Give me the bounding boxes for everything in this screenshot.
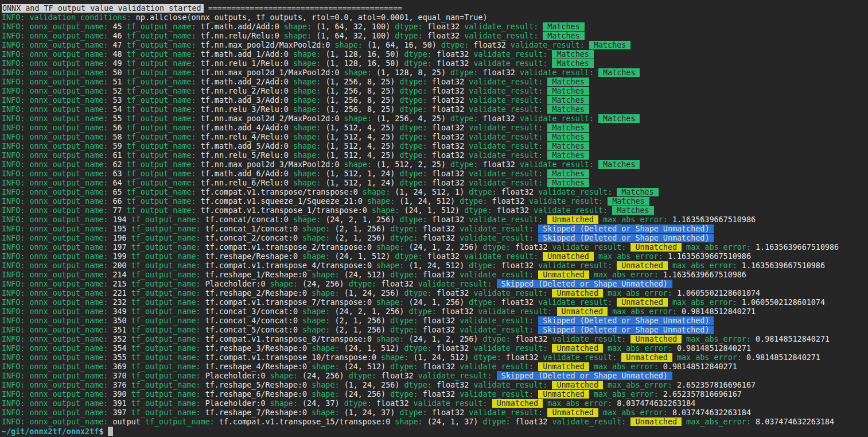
- shape-value: (24, 2, 1, 256): [335, 307, 404, 316]
- info-label: INFO:: [2, 225, 25, 233]
- onnx-output-value: 63: [113, 169, 122, 178]
- tf-output-value: tf.concat_5/concat:0: [205, 326, 298, 334]
- validate-result-badge: Unmatched: [547, 215, 598, 224]
- onnx-output-value: 49: [113, 59, 122, 68]
- shape-value: (1, 24, 512): [399, 197, 455, 206]
- validate-result-badge: Skipped (Deleted or Shape Unmatched): [497, 280, 672, 288]
- terminal-screen[interactable]: ONNX and TF output value validation star…: [0, 0, 868, 437]
- tf-output-name-label: tf_output_name:: [127, 96, 196, 105]
- log-line: INFO: onnx_output_name: 355 tf_output_na…: [2, 353, 868, 362]
- dtype-value: float32: [437, 289, 469, 297]
- validate-result-label: validate_result:: [473, 50, 547, 59]
- log-line: INFO: onnx_output_name: 55 tf_output_nam…: [2, 114, 868, 123]
- tf-output-name-label: tf_output_name:: [131, 390, 201, 399]
- tf-output-name-label: tf_output_name:: [127, 32, 196, 40]
- tf-output-name-label: tf_output_name:: [131, 362, 201, 371]
- onnx-output-value: 369: [113, 362, 127, 371]
- onnx-output-name-label: onnx_output_name:: [29, 252, 108, 261]
- onnx-output-name-label: onnx_output_name:: [29, 114, 108, 123]
- dtype-value: float32: [423, 270, 455, 279]
- validate-result-label: validate_result:: [469, 78, 543, 86]
- info-label: INFO:: [2, 335, 25, 343]
- dtype-value: float32: [423, 316, 455, 325]
- tf-output-value: tf.compat.v1.transpose_10/transpose:0: [205, 353, 376, 362]
- log-line: INFO: onnx_output_name: 352 tf_output_na…: [2, 335, 868, 344]
- tf-output-value: tf.nn.relu_2/Relu:0: [201, 87, 289, 95]
- dtype-value: float32: [432, 87, 464, 95]
- validate-result-label: validate_result:: [418, 372, 492, 380]
- shape-label: shape:: [376, 261, 404, 270]
- shape-value: (24, 512): [344, 362, 386, 371]
- shape-value: (1, 24, 512): [408, 261, 464, 270]
- dtype-value: float32: [432, 151, 464, 160]
- info-label: INFO:: [2, 307, 25, 316]
- log-line: INFO: onnx_output_name: 45 tf_output_nam…: [2, 22, 868, 32]
- validation-header-title: ONNX and TF output value validation star…: [2, 4, 204, 13]
- onnx-output-name-label: onnx_output_name:: [29, 151, 108, 160]
- tf-output-name-label: tf_output_name:: [131, 344, 201, 353]
- shape-label: shape:: [293, 59, 321, 68]
- dtype-label: dtype:: [399, 133, 427, 141]
- onnx-output-value: 350: [113, 316, 127, 325]
- log-line: INFO: onnx_output_name: 349 tf_output_na…: [2, 307, 868, 316]
- shape-label: shape:: [312, 270, 339, 279]
- onnx-output-name-label: onnx_output_name:: [29, 417, 108, 426]
- onnx-output-value: 355: [113, 353, 127, 362]
- validate-result-label: validate_result:: [520, 114, 594, 123]
- validate-result-label: validate_result:: [520, 68, 594, 77]
- shape-value: (1, 64, 32, 100): [316, 32, 390, 40]
- tf-output-name-label: tf_output_name:: [131, 261, 201, 270]
- shape-label: shape:: [312, 381, 339, 389]
- onnx-output-name-label: onnx_output_name:: [29, 188, 108, 196]
- onnx-output-value: 351: [113, 326, 127, 334]
- shape-value: (1, 512, 4, 25): [325, 123, 395, 132]
- shape-label: shape:: [293, 169, 321, 178]
- log-line: INFO: onnx_output_name: 65 tf_output_nam…: [2, 188, 868, 197]
- shape-label: shape:: [312, 408, 339, 417]
- tf-output-name-label: tf_output_name:: [131, 326, 201, 334]
- onnx-output-value: 64: [113, 179, 122, 187]
- max-abs-error-label: max_abs_error:: [686, 335, 751, 343]
- validate-result-badge: Unmatched: [621, 353, 672, 362]
- max-abs-error-label: max_abs_error:: [603, 408, 668, 417]
- max-abs-error-value: 8.037474632263184: [756, 417, 834, 426]
- shape-value: (1, 512, 4, 25): [325, 133, 395, 141]
- onnx-output-name-label: onnx_output_name:: [29, 344, 108, 353]
- header-separator: ========================================…: [208, 4, 403, 13]
- log-line: INFO: onnx_output_name: 51 tf_output_nam…: [2, 78, 868, 87]
- validate-result-badge: Unmatched: [630, 417, 682, 426]
- validate-result-label: validate_result:: [469, 87, 543, 95]
- validate-result-badge: Matches: [589, 41, 630, 49]
- dtype-value: float32: [432, 169, 464, 178]
- dtype-label: dtype:: [390, 316, 418, 325]
- shape-label: shape:: [270, 399, 298, 408]
- max-abs-error-value: 1.1635639667510986: [672, 215, 756, 224]
- onnx-output-value: output: [113, 417, 141, 426]
- tf-output-name-label: tf_output_name:: [127, 197, 196, 206]
- validate-result-badge: Matches: [608, 197, 649, 206]
- shape-label: shape:: [376, 243, 404, 252]
- onnx-output-name-label: onnx_output_name:: [29, 381, 108, 389]
- tf-output-value: tf.compat.v1.transpose_7/transpose:0: [205, 298, 372, 307]
- tf-output-value: tf.math.add_6/Add:0: [201, 169, 289, 178]
- info-label: INFO:: [2, 41, 25, 49]
- tf-output-name-label: tf_output_name:: [127, 160, 196, 169]
- info-label: INFO:: [2, 188, 25, 196]
- validate-result-badge: Matches: [598, 160, 640, 169]
- info-label: INFO:: [2, 105, 25, 114]
- dtype-label: dtype:: [395, 32, 422, 40]
- shape-value: (2, 1, 256): [335, 234, 386, 242]
- tf-output-name-label: tf_output_name:: [127, 50, 196, 59]
- shape-label: shape:: [293, 215, 321, 224]
- onnx-output-value: 45: [113, 22, 122, 31]
- dtype-value: float32: [432, 179, 464, 187]
- tf-output-name-label: tf_output_name:: [131, 252, 201, 261]
- validate-result-label: validate_result:: [460, 316, 534, 325]
- max-abs-error-label: max_abs_error:: [677, 353, 742, 362]
- validate-result-badge: Matches: [547, 78, 589, 86]
- dtype-value: float32: [376, 399, 408, 408]
- max-abs-error-label: max_abs_error:: [608, 344, 672, 353]
- dtype-label: dtype:: [482, 417, 510, 426]
- tf-output-value: tf.math.add_4/Add:0: [201, 123, 289, 132]
- dtype-label: dtype:: [390, 270, 418, 279]
